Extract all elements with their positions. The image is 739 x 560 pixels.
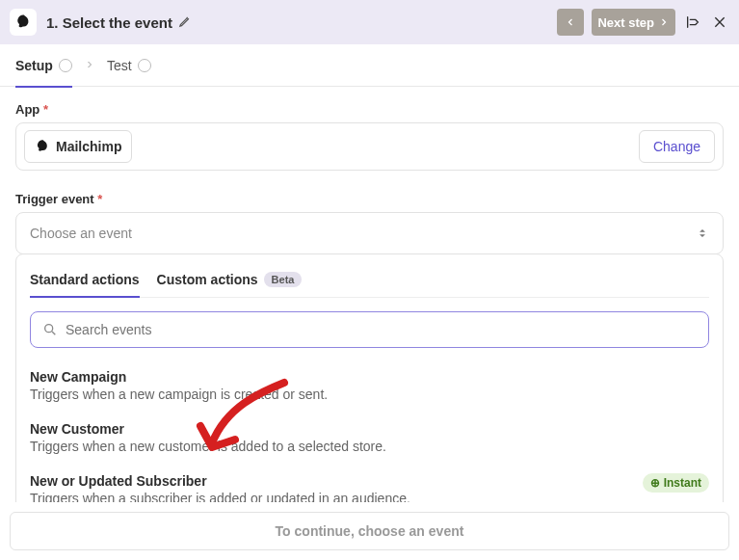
trigger-event-label: Trigger event *	[15, 192, 724, 206]
chevron-right-icon	[658, 16, 670, 28]
tab-setup[interactable]: Setup	[15, 44, 72, 87]
edit-title-button[interactable]	[178, 14, 192, 31]
chevron-updown-icon	[696, 227, 709, 240]
page-title: 1. Select the event	[46, 14, 557, 31]
event-title: New Campaign	[30, 369, 709, 385]
expand-icon	[685, 14, 700, 30]
tab-separator	[84, 58, 95, 73]
instant-badge: Instant	[643, 473, 709, 493]
chevron-left-icon	[565, 16, 576, 28]
app-row: Mailchimp Change	[15, 122, 724, 171]
chevron-right-icon	[84, 59, 95, 70]
event-description: Triggers when a new customer is added to…	[30, 439, 709, 454]
svg-point-0	[45, 325, 53, 333]
header-bar: 1. Select the event Next step	[0, 0, 739, 44]
close-icon	[712, 14, 727, 30]
selected-app-chip: Mailchimp	[24, 130, 132, 163]
tab-test[interactable]: Test	[107, 44, 151, 87]
event-item[interactable]: New CustomerTriggers when a new customer…	[30, 412, 709, 464]
pencil-icon	[178, 14, 192, 28]
event-panel-tabs: Standard actions Custom actions Beta	[30, 266, 709, 298]
tab-standard-actions[interactable]: Standard actions	[30, 266, 140, 297]
event-title: New or Updated Subscriber	[30, 473, 631, 489]
event-description: Triggers when a new campaign is created …	[30, 387, 709, 402]
trigger-event-dropdown[interactable]: Choose an event	[15, 212, 724, 254]
svg-line-1	[52, 332, 55, 334]
event-title: New Customer	[30, 421, 709, 437]
mailchimp-logo-icon	[14, 13, 32, 31]
tab-custom-actions[interactable]: Custom actions Beta	[157, 266, 303, 297]
integration-app-logo	[10, 9, 37, 36]
event-panel: Standard actions Custom actions Beta New…	[15, 253, 724, 511]
search-events-input[interactable]	[66, 322, 697, 337]
continue-button[interactable]: To continue, choose an event	[10, 512, 729, 550]
expand-button[interactable]	[683, 14, 702, 30]
prev-step-button[interactable]	[557, 9, 584, 36]
next-step-button[interactable]: Next step	[592, 9, 675, 36]
event-list: New CampaignTriggers when a new campaign…	[30, 360, 709, 510]
status-incomplete-icon	[59, 59, 72, 72]
change-app-button[interactable]: Change	[639, 130, 715, 163]
beta-badge: Beta	[264, 272, 303, 287]
footer: To continue, choose an event	[0, 502, 739, 560]
main-content: App * Mailchimp Change Trigger event * C…	[0, 87, 739, 526]
event-item[interactable]: New CampaignTriggers when a new campaign…	[30, 360, 709, 412]
close-button[interactable]	[710, 14, 729, 30]
step-tabs: Setup Test	[0, 44, 739, 87]
status-incomplete-icon	[138, 59, 151, 72]
app-label: App *	[15, 102, 724, 117]
header-controls: Next step	[557, 9, 729, 36]
search-icon	[42, 322, 58, 337]
mailchimp-icon	[35, 139, 50, 154]
search-events-box[interactable]	[30, 311, 709, 348]
